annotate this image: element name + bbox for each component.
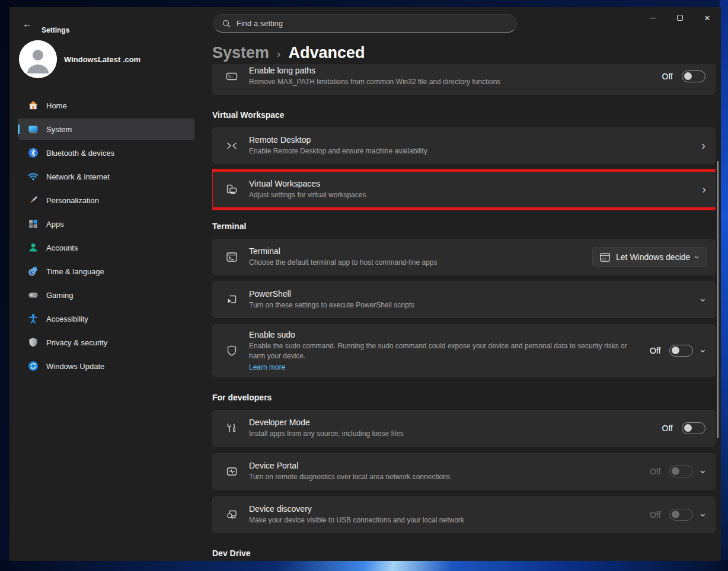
dropdown-selected-value: Let Windows decide (616, 252, 690, 262)
bluetooth-icon (27, 147, 39, 159)
toggle-state-label: Off (650, 467, 660, 476)
sidebar-item-label: Network & internet (46, 172, 110, 181)
long-paths-icon: \\.. (225, 70, 239, 83)
chevron-right-icon: › (702, 183, 706, 196)
row-title: Enable long paths (249, 66, 650, 75)
row-description: Enable the sudo command. Running the sud… (249, 341, 638, 361)
scrollbar[interactable] (717, 161, 719, 438)
system-icon (27, 123, 39, 135)
row-description: Make your device visible to USB connecti… (249, 515, 638, 525)
developer-mode-icon (225, 422, 239, 435)
apps-icon (27, 218, 39, 230)
back-button[interactable]: ← (18, 17, 37, 32)
chevron-right-icon: › (701, 139, 705, 152)
network-icon (27, 171, 39, 182)
device-discovery-toggle[interactable] (669, 509, 693, 521)
sidebar-item-system[interactable]: System (18, 118, 194, 140)
svg-text:\\..: \\.. (228, 75, 233, 79)
row-description: Enable Remote Desktop and ensure machine… (249, 146, 689, 156)
avatar (19, 40, 57, 78)
sidebar-item-time-language[interactable]: Time & language (18, 261, 194, 282)
row-description: Adjust settings for virtual workspaces (249, 190, 690, 200)
learn-more-link[interactable]: Learn more (249, 363, 285, 371)
user-profile[interactable]: WindowsLatest .com (19, 40, 141, 78)
chevron-down-icon: › (699, 349, 709, 352)
toggle-knob (672, 347, 679, 354)
highlight-red-box: Virtual Workspaces Adjust settings for v… (212, 169, 716, 210)
row-title: Device Portal (249, 461, 638, 470)
row-title: Terminal (249, 246, 580, 256)
setting-row-terminal[interactable]: Terminal Choose the default terminal app… (212, 239, 716, 275)
row-title: Remote Desktop (249, 135, 689, 145)
sidebar-item-apps[interactable]: Apps (18, 213, 194, 235)
sidebar-item-home[interactable]: Home (18, 95, 194, 116)
toggle-state-label: Off (650, 510, 660, 519)
sudo-shield-icon (225, 344, 239, 357)
sidebar-item-label: Personalization (46, 196, 99, 205)
enable-sudo-toggle[interactable] (669, 345, 693, 357)
terminal-app-dropdown[interactable]: C:\ Let Windows decide › (592, 247, 707, 267)
sidebar-item-accounts[interactable]: Accounts (18, 237, 194, 258)
setting-row-powershell[interactable]: PowerShell Turn on these settings to exe… (212, 281, 716, 318)
toggle-knob (684, 72, 692, 80)
sidebar-item-label: Bluetooth & devices (46, 149, 114, 158)
sidebar-item-bluetooth-devices[interactable]: Bluetooth & devices (18, 142, 194, 163)
user-name: WindowsLatest .com (64, 55, 141, 64)
setting-row-device-discovery[interactable]: Device discovery Make your device visibl… (212, 496, 716, 533)
chevron-down-icon: › (699, 470, 709, 473)
svg-text:C:\: C:\ (602, 256, 606, 260)
settings-window: ← Settings Find a setting × WindowsLates… (9, 7, 721, 561)
sidebar-item-gaming[interactable]: Gaming (18, 284, 194, 306)
chevron-down-icon: › (699, 513, 709, 517)
setting-row-remote-desktop[interactable]: Remote Desktop Enable Remote Desktop and… (212, 127, 716, 164)
gaming-icon (27, 289, 39, 301)
row-title: Device discovery (249, 504, 638, 514)
back-arrow-icon: ← (23, 19, 32, 29)
settings-scroll-area: \\.. Enable long paths Remove MAX_PATH l… (212, 64, 716, 561)
section-header-dev-drive: Dev Drive (212, 548, 716, 558)
setting-row-enable-long-paths[interactable]: \\.. Enable long paths Remove MAX_PATH l… (212, 64, 716, 95)
main-content: System › Advanced \\.. Enable long paths… (203, 7, 721, 561)
device-portal-toggle[interactable] (669, 466, 693, 477)
developer-mode-toggle[interactable] (682, 422, 705, 434)
toggle-knob (672, 467, 679, 475)
breadcrumb-separator: › (277, 46, 280, 60)
enable-long-paths-toggle[interactable] (682, 70, 705, 82)
row-description: Turn on these settings to execute PowerS… (249, 300, 690, 310)
privacy-icon (27, 336, 39, 348)
sidebar-item-label: Gaming (46, 291, 74, 300)
setting-row-device-portal[interactable]: Device Portal Turn on remote diagnostics… (212, 453, 716, 490)
toggle-knob (672, 511, 679, 518)
setting-row-enable-sudo[interactable]: Enable sudo Enable the sudo command. Run… (212, 324, 716, 377)
terminal-icon (225, 251, 239, 264)
row-title: Developer Mode (249, 418, 650, 427)
sidebar-item-label: Home (46, 101, 67, 110)
accessibility-icon (27, 313, 39, 325)
row-description: Install apps from any source, including … (249, 429, 650, 439)
setting-row-developer-mode[interactable]: Developer Mode Install apps from any sou… (212, 410, 716, 447)
time-language-icon (27, 265, 39, 277)
setting-row-virtual-workspaces[interactable]: Virtual Workspaces Adjust settings for v… (213, 172, 716, 207)
row-description: Remove MAX_PATH limitations from common … (249, 77, 650, 87)
sidebar-item-label: Windows Update (46, 362, 104, 371)
sidebar-item-windows-update[interactable]: Windows Update (18, 355, 194, 377)
toggle-knob (684, 424, 692, 432)
home-icon (27, 100, 39, 111)
breadcrumb-system[interactable]: System (212, 44, 269, 62)
wallpaper-bottom-strip (0, 560, 728, 571)
sidebar: WindowsLatest .com Home System Bluetooth… (9, 40, 203, 561)
page-title: Advanced (288, 44, 365, 62)
breadcrumb: System › Advanced (212, 44, 365, 62)
remote-desktop-icon (225, 139, 239, 152)
row-title: Virtual Workspaces (249, 179, 690, 188)
chevron-down-icon: › (694, 256, 702, 259)
toggle-state-label: Off (650, 346, 660, 355)
sidebar-item-accessibility[interactable]: Accessibility (18, 308, 194, 329)
sidebar-item-personalization[interactable]: Personalization (18, 190, 194, 211)
sidebar-item-network-internet[interactable]: Network & internet (18, 166, 194, 187)
wallpaper-right-strip (720, 0, 728, 571)
sidebar-item-privacy-security[interactable]: Privacy & security (18, 332, 194, 353)
row-description: Choose the default terminal app to host … (249, 258, 580, 268)
app-title: Settings (41, 26, 69, 34)
sidebar-item-label: System (46, 125, 72, 134)
